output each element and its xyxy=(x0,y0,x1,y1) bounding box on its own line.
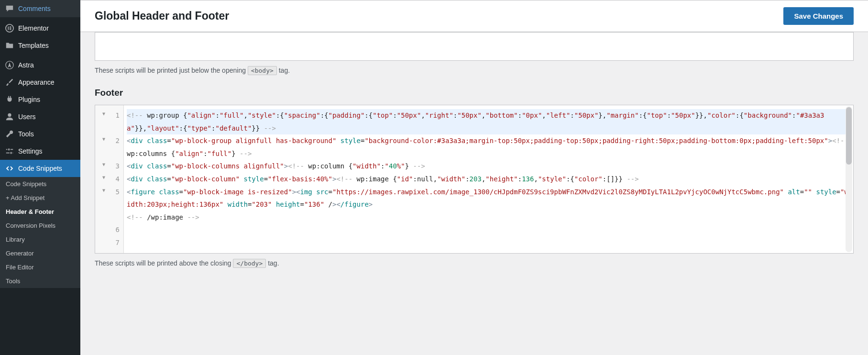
sidebar-item-label: Comments xyxy=(18,5,51,12)
submenu-tools[interactable]: Tools xyxy=(0,274,80,288)
sidebar-item-label: Appearance xyxy=(18,78,55,86)
body-close-tag: </body> xyxy=(233,259,266,268)
sidebar-item-templates[interactable]: Templates xyxy=(0,37,80,54)
sidebar-item-label: Elementor xyxy=(18,24,49,32)
svg-rect-3 xyxy=(10,28,11,29)
body-helper-text: These scripts will be printed just below… xyxy=(95,67,854,74)
editor-scrollbar[interactable] xyxy=(846,106,852,252)
fold-icon[interactable]: ▼ xyxy=(102,160,105,169)
submenu-code-snippets[interactable]: Code Snippets xyxy=(0,177,80,191)
svg-rect-2 xyxy=(10,26,11,27)
submenu-file-editor[interactable]: File Editor xyxy=(0,260,80,274)
code-line[interactable] xyxy=(127,223,850,236)
code-line[interactable]: <!-- wp:group {"align":"full","style":{"… xyxy=(127,109,850,134)
body-open-tag: <body> xyxy=(248,66,277,75)
fold-icon[interactable]: ▼ xyxy=(102,134,105,144)
code-line[interactable]: <!-- /wp:image --> xyxy=(127,211,850,224)
sidebar-item-plugins[interactable]: Plugins xyxy=(0,91,80,108)
fold-icon[interactable]: ▼ xyxy=(102,186,105,195)
sidebar-item-appearance[interactable]: Appearance xyxy=(0,74,80,91)
code-line[interactable]: <div class="wp-block-column" style="flex… xyxy=(127,173,850,186)
sidebar-item-elementor[interactable]: Elementor xyxy=(0,20,80,37)
submenu-conversion-pixels[interactable]: Conversion Pixels xyxy=(0,219,80,233)
page-title: Global Header and Footer xyxy=(95,10,229,22)
elementor-icon xyxy=(5,23,14,33)
svg-point-6 xyxy=(8,113,11,117)
sidebar-item-label: Tools xyxy=(18,130,34,138)
submenu-header-footer[interactable]: Header & Footer xyxy=(0,205,80,219)
line-number: 1 xyxy=(112,109,120,122)
line-number: 3 xyxy=(112,160,120,173)
code-line[interactable]: <div class="wp-block-group alignfull has… xyxy=(127,134,850,160)
main-content: Global Header and Footer Save Changes Th… xyxy=(80,0,868,355)
sidebar-item-label: Code Snippets xyxy=(18,165,62,172)
submenu-add-snippet[interactable]: + Add Snippet xyxy=(0,191,80,205)
svg-rect-4 xyxy=(10,29,11,30)
plug-icon xyxy=(5,95,14,104)
sidebar-item-code-snippets[interactable]: Code Snippets xyxy=(0,160,80,177)
footer-section-title: Footer xyxy=(95,88,854,98)
sidebar-item-comments[interactable]: Comments xyxy=(0,0,80,17)
sidebar-item-label: Users xyxy=(18,113,36,121)
folder-icon xyxy=(5,41,14,50)
scrollbar-thumb[interactable] xyxy=(846,107,852,165)
code-line[interactable]: <div class="wp-block-columns alignfull">… xyxy=(127,160,850,173)
fold-icon[interactable]: ▼ xyxy=(102,109,105,118)
line-number: 2 xyxy=(112,134,120,147)
sidebar-item-tools[interactable]: Tools xyxy=(0,125,80,143)
code-icon xyxy=(5,164,14,173)
body-scripts-editor[interactable] xyxy=(95,32,854,61)
brush-icon xyxy=(5,78,14,87)
submenu-generator[interactable]: Generator xyxy=(0,246,80,260)
submenu-library[interactable]: Library xyxy=(0,233,80,246)
sidebar-item-label: Astra xyxy=(18,61,34,69)
sidebar-item-settings[interactable]: Settings xyxy=(0,143,80,160)
sidebar-item-astra[interactable]: Astra xyxy=(0,56,80,74)
fold-icon[interactable]: ▼ xyxy=(102,173,105,182)
sidebar-item-label: Settings xyxy=(18,147,43,155)
page-header: Global Header and Footer Save Changes xyxy=(80,0,868,32)
line-number: 6 xyxy=(112,223,120,236)
editor-gutter: ▼1 ▼2 ▼3 ▼4 ▼5 ▼6 ▼7 xyxy=(95,105,124,253)
editor-code-area[interactable]: <!-- wp:group {"align":"full","style":{"… xyxy=(124,105,853,253)
sidebar-submenu: Code Snippets + Add Snippet Header & Foo… xyxy=(0,177,80,288)
line-number: 5 xyxy=(112,186,120,199)
admin-sidebar: Comments Elementor Templates Astra Appea… xyxy=(0,0,80,355)
astra-icon xyxy=(5,60,14,70)
code-line[interactable]: <figure class="wp-block-image is-resized… xyxy=(127,186,850,211)
line-number: 7 xyxy=(112,236,120,249)
svg-rect-1 xyxy=(8,26,9,30)
footer-helper-text: These scripts will be printed above the … xyxy=(95,259,854,267)
user-icon xyxy=(5,112,14,122)
sliders-icon xyxy=(5,146,14,156)
sidebar-item-label: Templates xyxy=(18,42,49,49)
line-number: 4 xyxy=(112,173,120,186)
footer-scripts-editor[interactable]: ▼1 ▼2 ▼3 ▼4 ▼5 ▼6 ▼7 <!-- wp:group {"ali… xyxy=(95,105,854,254)
save-changes-button[interactable]: Save Changes xyxy=(783,7,854,25)
sidebar-item-label: Plugins xyxy=(18,96,40,103)
sidebar-item-users[interactable]: Users xyxy=(0,108,80,125)
comment-icon xyxy=(5,4,14,13)
wrench-icon xyxy=(5,129,14,139)
